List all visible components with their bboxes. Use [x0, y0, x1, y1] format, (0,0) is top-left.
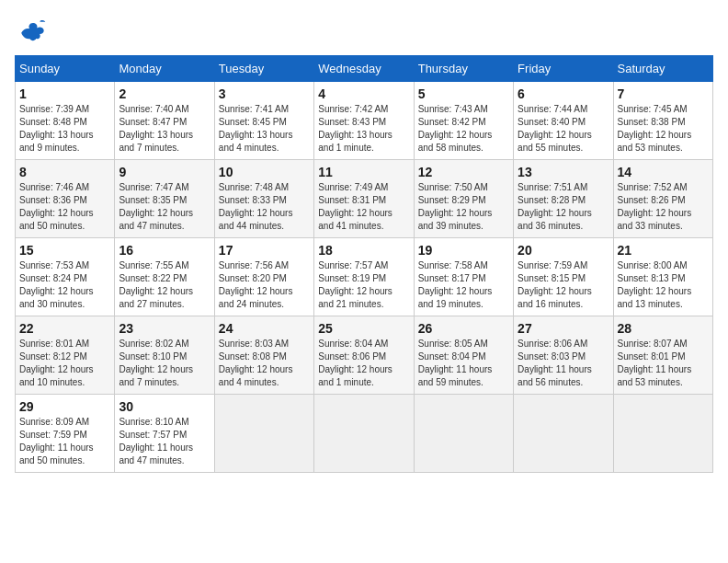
- sunrise-text: Sunrise: 7:59 AM: [518, 260, 587, 270]
- day-info: Sunrise: 7:48 AM Sunset: 8:33 PM Dayligh…: [219, 181, 310, 233]
- daylight-text: Daylight: 12 hours and 7 minutes.: [119, 364, 193, 387]
- day-info: Sunrise: 7:49 AM Sunset: 8:31 PM Dayligh…: [318, 181, 409, 233]
- day-number: 25: [318, 321, 409, 336]
- sunrise-text: Sunrise: 8:04 AM: [318, 339, 388, 349]
- daylight-text: Daylight: 11 hours and 56 minutes.: [518, 364, 592, 387]
- sunrise-text: Sunrise: 7:49 AM: [318, 182, 388, 192]
- sunset-text: Sunset: 8:42 PM: [418, 117, 486, 127]
- calendar-cell: 30 Sunrise: 8:10 AM Sunset: 7:57 PM Dayl…: [115, 395, 214, 473]
- sunset-text: Sunset: 8:47 PM: [119, 117, 187, 127]
- sunrise-text: Sunrise: 7:46 AM: [19, 182, 89, 192]
- day-info: Sunrise: 7:50 AM Sunset: 8:29 PM Dayligh…: [418, 181, 509, 233]
- day-info: Sunrise: 7:40 AM Sunset: 8:47 PM Dayligh…: [119, 103, 210, 155]
- weekday-header-thursday: Thursday: [414, 56, 513, 82]
- sunrise-text: Sunrise: 7:47 AM: [119, 182, 188, 192]
- weekday-header-friday: Friday: [514, 56, 613, 82]
- sunrise-text: Sunrise: 7:39 AM: [19, 104, 89, 114]
- sunset-text: Sunset: 7:57 PM: [119, 430, 187, 440]
- calendar-cell: 10 Sunrise: 7:48 AM Sunset: 8:33 PM Dayl…: [214, 160, 313, 238]
- sunset-text: Sunset: 8:48 PM: [19, 117, 87, 127]
- day-info: Sunrise: 7:52 AM Sunset: 8:26 PM Dayligh…: [618, 181, 709, 233]
- calendar-cell: 1 Sunrise: 7:39 AM Sunset: 8:48 PM Dayli…: [16, 82, 115, 160]
- day-number: 11: [318, 165, 409, 179]
- logo: [15, 15, 53, 48]
- sunset-text: Sunset: 8:29 PM: [418, 195, 486, 205]
- sunrise-text: Sunrise: 7:50 AM: [418, 182, 488, 192]
- sunset-text: Sunset: 8:17 PM: [418, 273, 486, 283]
- sunset-text: Sunset: 8:35 PM: [119, 195, 187, 205]
- day-number: 29: [19, 399, 110, 414]
- calendar-cell: 18 Sunrise: 7:57 AM Sunset: 8:19 PM Dayl…: [314, 238, 414, 316]
- calendar-cell: [314, 395, 414, 473]
- sunrise-text: Sunrise: 7:56 AM: [219, 260, 289, 270]
- header: [15, 15, 713, 48]
- calendar-cell: 7 Sunrise: 7:45 AM Sunset: 8:38 PM Dayli…: [613, 82, 712, 160]
- daylight-text: Daylight: 12 hours and 55 minutes.: [518, 130, 592, 153]
- calendar-cell: 13 Sunrise: 7:51 AM Sunset: 8:28 PM Dayl…: [514, 160, 613, 238]
- day-info: Sunrise: 8:02 AM Sunset: 8:10 PM Dayligh…: [119, 338, 210, 389]
- calendar-cell: 2 Sunrise: 7:40 AM Sunset: 8:47 PM Dayli…: [115, 82, 214, 160]
- sunrise-text: Sunrise: 8:05 AM: [418, 339, 488, 349]
- daylight-text: Daylight: 12 hours and 30 minutes.: [19, 286, 94, 309]
- sunrise-text: Sunrise: 7:45 AM: [618, 104, 688, 114]
- day-info: Sunrise: 7:45 AM Sunset: 8:38 PM Dayligh…: [618, 103, 709, 155]
- week-row-4: 22 Sunrise: 8:01 AM Sunset: 8:12 PM Dayl…: [16, 316, 713, 395]
- daylight-text: Daylight: 12 hours and 1 minute.: [318, 364, 392, 387]
- daylight-text: Daylight: 12 hours and 21 minutes.: [318, 286, 392, 309]
- day-info: Sunrise: 8:07 AM Sunset: 8:01 PM Dayligh…: [618, 338, 709, 389]
- day-info: Sunrise: 7:43 AM Sunset: 8:42 PM Dayligh…: [418, 103, 509, 155]
- day-info: Sunrise: 7:53 AM Sunset: 8:24 PM Dayligh…: [19, 259, 110, 311]
- weekday-header-wednesday: Wednesday: [314, 56, 414, 82]
- day-info: Sunrise: 7:59 AM Sunset: 8:15 PM Dayligh…: [518, 259, 609, 311]
- weekday-header-tuesday: Tuesday: [214, 56, 313, 82]
- calendar-cell: 9 Sunrise: 7:47 AM Sunset: 8:35 PM Dayli…: [115, 160, 214, 238]
- calendar-cell: 25 Sunrise: 8:04 AM Sunset: 8:06 PM Dayl…: [314, 316, 414, 395]
- sunset-text: Sunset: 8:06 PM: [318, 351, 386, 362]
- daylight-text: Daylight: 12 hours and 33 minutes.: [618, 208, 692, 231]
- sunset-text: Sunset: 8:38 PM: [618, 117, 686, 127]
- sunrise-text: Sunrise: 7:40 AM: [119, 104, 188, 114]
- daylight-text: Daylight: 12 hours and 36 minutes.: [518, 208, 592, 231]
- sunrise-text: Sunrise: 7:52 AM: [618, 182, 688, 192]
- day-number: 15: [19, 243, 110, 258]
- day-number: 14: [618, 165, 709, 179]
- day-number: 6: [518, 86, 609, 101]
- sunset-text: Sunset: 8:03 PM: [518, 351, 586, 362]
- calendar-cell: 23 Sunrise: 8:02 AM Sunset: 8:10 PM Dayl…: [115, 316, 214, 395]
- calendar-cell: [214, 395, 313, 473]
- sunrise-text: Sunrise: 7:53 AM: [19, 260, 89, 270]
- daylight-text: Daylight: 11 hours and 59 minutes.: [418, 364, 493, 387]
- sunset-text: Sunset: 8:24 PM: [19, 273, 87, 283]
- calendar-cell: 24 Sunrise: 8:03 AM Sunset: 8:08 PM Dayl…: [214, 316, 313, 395]
- day-number: 19: [418, 243, 509, 258]
- calendar-cell: [414, 395, 513, 473]
- week-row-2: 8 Sunrise: 7:46 AM Sunset: 8:36 PM Dayli…: [16, 160, 713, 238]
- sunset-text: Sunset: 8:33 PM: [219, 195, 287, 205]
- day-info: Sunrise: 7:47 AM Sunset: 8:35 PM Dayligh…: [119, 181, 210, 233]
- daylight-text: Daylight: 13 hours and 7 minutes.: [119, 130, 193, 153]
- daylight-text: Daylight: 11 hours and 47 minutes.: [119, 442, 193, 465]
- day-info: Sunrise: 7:56 AM Sunset: 8:20 PM Dayligh…: [219, 259, 310, 311]
- calendar-cell: [613, 395, 712, 473]
- day-info: Sunrise: 8:03 AM Sunset: 8:08 PM Dayligh…: [219, 338, 310, 389]
- day-number: 28: [618, 321, 709, 336]
- daylight-text: Daylight: 12 hours and 13 minutes.: [618, 286, 692, 309]
- day-info: Sunrise: 8:09 AM Sunset: 7:59 PM Dayligh…: [19, 416, 110, 467]
- weekday-header-sunday: Sunday: [16, 56, 115, 82]
- daylight-text: Daylight: 12 hours and 41 minutes.: [318, 208, 392, 231]
- day-number: 2: [119, 86, 210, 101]
- sunset-text: Sunset: 8:15 PM: [518, 273, 586, 283]
- sunset-text: Sunset: 8:13 PM: [618, 273, 686, 283]
- day-number: 16: [119, 243, 210, 258]
- sunrise-text: Sunrise: 8:06 AM: [518, 339, 587, 349]
- sunset-text: Sunset: 8:01 PM: [618, 351, 686, 362]
- calendar-cell: 6 Sunrise: 7:44 AM Sunset: 8:40 PM Dayli…: [514, 82, 613, 160]
- sunrise-text: Sunrise: 8:01 AM: [19, 339, 89, 349]
- calendar-cell: 12 Sunrise: 7:50 AM Sunset: 8:29 PM Dayl…: [414, 160, 513, 238]
- calendar-cell: 11 Sunrise: 7:49 AM Sunset: 8:31 PM Dayl…: [314, 160, 414, 238]
- sunrise-text: Sunrise: 7:55 AM: [119, 260, 188, 270]
- sunset-text: Sunset: 8:04 PM: [418, 351, 486, 362]
- day-info: Sunrise: 7:51 AM Sunset: 8:28 PM Dayligh…: [518, 181, 609, 233]
- weekday-header-saturday: Saturday: [613, 56, 712, 82]
- daylight-text: Daylight: 12 hours and 50 minutes.: [19, 208, 94, 231]
